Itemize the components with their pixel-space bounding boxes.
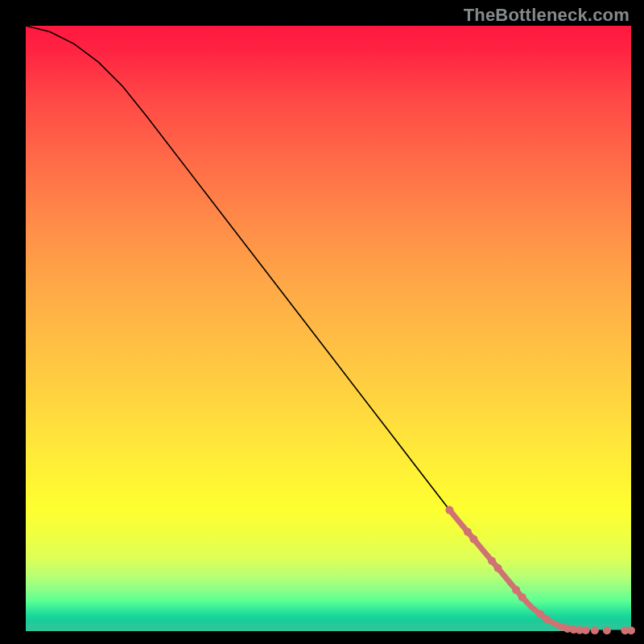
chart-stage: TheBottleneck.com xyxy=(0,0,644,644)
highlight-dot xyxy=(494,564,502,572)
watermark-text: TheBottleneck.com xyxy=(464,5,630,26)
highlight-dot xyxy=(445,506,453,514)
highlight-dot xyxy=(591,626,599,634)
curve-line xyxy=(26,26,631,630)
highlight-points-group xyxy=(445,506,635,635)
highlight-dot xyxy=(518,593,526,601)
curve-group xyxy=(26,26,631,630)
highlight-dot xyxy=(464,528,472,536)
highlight-dot xyxy=(627,626,635,634)
highlight-dot xyxy=(488,557,496,565)
highlight-dot xyxy=(469,535,477,543)
curve-layer xyxy=(26,26,631,631)
highlight-dot xyxy=(512,586,520,594)
highlight-dot xyxy=(543,615,551,623)
highlight-dot xyxy=(603,626,611,634)
highlight-dot xyxy=(582,626,590,634)
